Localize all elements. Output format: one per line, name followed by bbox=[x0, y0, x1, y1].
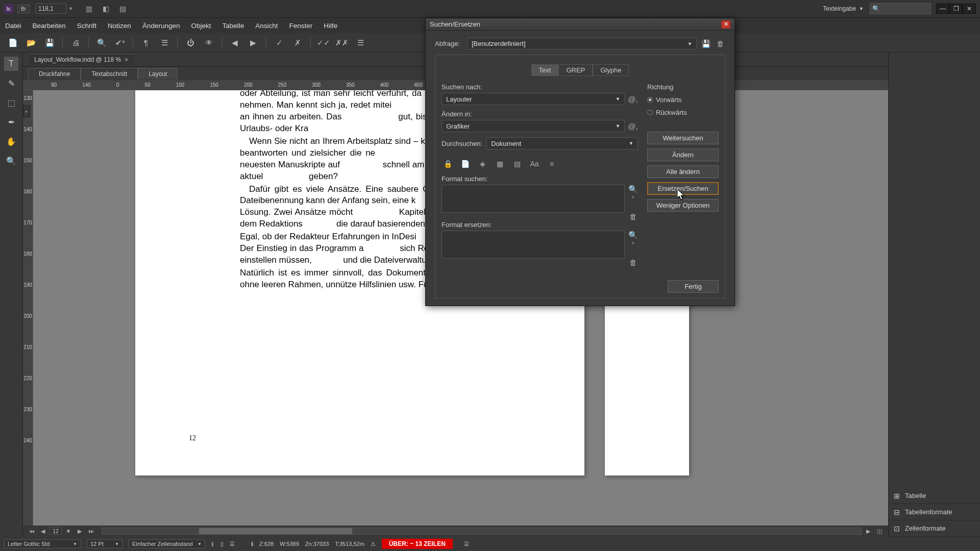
minimize-button[interactable]: — bbox=[936, 4, 949, 14]
menu-tabelle[interactable]: Tabelle bbox=[222, 22, 244, 30]
find-next-button[interactable]: Weitersuchen bbox=[647, 132, 719, 144]
split-view-icon[interactable]: ◫ bbox=[875, 528, 884, 535]
whole-word-icon[interactable]: ≡ bbox=[546, 158, 558, 170]
menu-notizen[interactable]: Notizen bbox=[108, 22, 131, 30]
close-button[interactable]: ✕ bbox=[963, 4, 976, 14]
menu-datei[interactable]: Datei bbox=[5, 22, 21, 30]
eye-icon[interactable]: 👁 bbox=[203, 37, 214, 48]
reject-icon[interactable]: ✗ bbox=[292, 37, 303, 48]
specify-format-icon[interactable]: 🔍⁺ bbox=[628, 185, 638, 203]
view-grid-icon[interactable]: ▥ bbox=[86, 5, 92, 13]
tab-text[interactable]: Text bbox=[531, 64, 559, 76]
menu-hilfe[interactable]: Hilfe bbox=[324, 22, 337, 30]
page-number-input[interactable]: 12 bbox=[50, 528, 62, 535]
case-sensitive-icon[interactable]: Aa bbox=[528, 158, 541, 170]
type-tool-icon[interactable]: T bbox=[4, 57, 18, 71]
zoom-control[interactable]: ▼ bbox=[36, 4, 73, 14]
change-input[interactable]: Grafiker▼ bbox=[442, 120, 625, 132]
panel-tabelle[interactable]: ⊞Tabelle bbox=[889, 488, 980, 504]
clear-format-icon[interactable]: 🗑 bbox=[628, 212, 638, 221]
horizontal-scrollbar[interactable] bbox=[102, 528, 862, 535]
query-select[interactable]: [Benutzerdefiniert]▼ bbox=[467, 38, 697, 49]
chevron-down-icon[interactable]: ▼ bbox=[68, 6, 73, 11]
scrollbar-thumb[interactable] bbox=[199, 528, 352, 534]
menu2-icon[interactable]: ☰ bbox=[355, 37, 366, 48]
menu-bearbeiten[interactable]: Bearbeiten bbox=[33, 22, 66, 30]
master-pages-icon[interactable]: ▦ bbox=[494, 158, 506, 170]
menu-objekt[interactable]: Objekt bbox=[191, 22, 211, 30]
paragraph-icon[interactable]: ¶ bbox=[140, 37, 152, 48]
panel-tabellenformate[interactable]: ⊟Tabellenformate bbox=[889, 504, 980, 520]
first-page-icon[interactable]: ⏮ bbox=[27, 528, 36, 534]
text-frame-icon[interactable]: ▯ bbox=[220, 541, 224, 547]
collapsed-panel-strip[interactable]: ▸ bbox=[23, 105, 30, 117]
delete-query-icon[interactable]: 🗑 bbox=[715, 39, 725, 48]
menu-icon[interactable]: ☰ bbox=[230, 541, 235, 547]
change-find-button[interactable]: Ersetzen/Suchen bbox=[647, 182, 719, 195]
accept-all-icon[interactable]: ✓✓ bbox=[318, 37, 329, 48]
format-find-box[interactable] bbox=[442, 185, 625, 213]
note-tool-icon[interactable]: ✎ bbox=[4, 76, 18, 90]
dialog-titlebar[interactable]: Suchen/Ersetzen ✕ bbox=[426, 18, 734, 31]
locked-stories-icon[interactable]: 📄 bbox=[459, 158, 471, 170]
open-icon[interactable]: 📂 bbox=[26, 37, 37, 48]
hand-tool-icon[interactable]: ✋ bbox=[4, 134, 18, 148]
menu-fenster[interactable]: Fenster bbox=[289, 22, 313, 30]
find-input[interactable]: Layouter▼ bbox=[442, 93, 625, 105]
direction-forward-radio[interactable]: Vorwärts bbox=[647, 96, 719, 104]
next-icon[interactable]: ▶ bbox=[248, 37, 259, 48]
font-family-select[interactable]: Letter Gothic Std▼ bbox=[4, 539, 81, 548]
prev-page-icon[interactable]: ◀ bbox=[38, 528, 47, 535]
maximize-button[interactable]: ❐ bbox=[949, 4, 963, 14]
columns-icon[interactable]: ⫿ bbox=[211, 541, 214, 547]
tab-textabschnitt[interactable]: Textabschnitt bbox=[81, 68, 138, 80]
new-icon[interactable]: 📄 bbox=[7, 37, 18, 48]
leading-select[interactable]: Einfacher Zeilenabstand▼ bbox=[129, 539, 205, 548]
zoom-input[interactable] bbox=[36, 4, 66, 14]
document-tab[interactable]: Layout_Workflow.indd @ 118 % ✕ bbox=[29, 54, 134, 65]
format-change-box[interactable] bbox=[442, 231, 625, 259]
view-columns-icon[interactable]: ▤ bbox=[119, 5, 126, 13]
reject-all-icon[interactable]: ✗✗ bbox=[336, 37, 348, 48]
accept-icon[interactable]: ✓ bbox=[274, 37, 285, 48]
specify-format-icon[interactable]: 🔍⁺ bbox=[628, 231, 638, 249]
find-icon[interactable]: 🔍 bbox=[96, 37, 107, 48]
menu-aenderungen[interactable]: Änderungen bbox=[142, 22, 180, 30]
scroll-right-icon[interactable]: ▶ bbox=[864, 528, 873, 535]
change-all-button[interactable]: Alle ändern bbox=[647, 165, 719, 178]
help-search[interactable]: 🔍 bbox=[870, 3, 931, 14]
spellcheck-icon[interactable]: ✔ᵃ bbox=[114, 37, 126, 48]
position-tool-icon[interactable]: ⬚ bbox=[4, 95, 18, 110]
eyedropper-tool-icon[interactable]: ✒ bbox=[4, 115, 18, 129]
menu-icon[interactable]: ☰ bbox=[464, 541, 469, 547]
direction-backward-radio[interactable]: Rückwärts bbox=[647, 109, 719, 116]
tab-druckfahne[interactable]: Druckfahne bbox=[28, 68, 81, 80]
hidden-layers-icon[interactable]: ◈ bbox=[476, 158, 488, 170]
clear-format-icon[interactable]: 🗑 bbox=[628, 258, 638, 267]
last-page-icon[interactable]: ⏭ bbox=[86, 528, 95, 534]
print-icon[interactable]: 🖨 bbox=[70, 37, 81, 48]
bridge-button[interactable]: Br bbox=[17, 5, 30, 13]
workspace-switcher[interactable]: Texteingabe ▼ bbox=[823, 5, 864, 12]
panel-zellenformate[interactable]: ⊡Zellenformate bbox=[889, 520, 980, 537]
font-size-select[interactable]: 12 Pt▼ bbox=[87, 539, 122, 548]
tab-glyphe[interactable]: Glyphe bbox=[593, 64, 629, 76]
tab-grep[interactable]: GREP bbox=[558, 64, 593, 76]
menu-ansicht[interactable]: Ansicht bbox=[255, 22, 278, 30]
menu-icon[interactable]: ☰ bbox=[159, 37, 170, 48]
close-tab-icon[interactable]: ✕ bbox=[124, 57, 129, 63]
chevron-down-icon[interactable]: ▼ bbox=[859, 6, 864, 11]
fewer-options-button[interactable]: Weniger Optionen bbox=[647, 199, 719, 212]
prev-icon[interactable]: ◀ bbox=[229, 37, 240, 48]
locked-layers-icon[interactable]: 🔒 bbox=[442, 158, 454, 170]
power-icon[interactable]: ⏻ bbox=[185, 37, 196, 48]
special-chars-icon[interactable]: @, bbox=[628, 95, 638, 104]
change-button[interactable]: Ändern bbox=[647, 148, 719, 161]
scope-select[interactable]: Dokument▼ bbox=[486, 137, 638, 149]
view-split-icon[interactable]: ◧ bbox=[103, 5, 109, 13]
done-button[interactable]: Fertig bbox=[668, 280, 719, 293]
save-icon[interactable]: 💾 bbox=[44, 37, 55, 48]
next-page-icon[interactable]: ▶ bbox=[75, 528, 84, 535]
menu-schrift[interactable]: Schrift bbox=[77, 22, 96, 30]
page-dropdown-icon[interactable]: ▼ bbox=[64, 528, 73, 534]
